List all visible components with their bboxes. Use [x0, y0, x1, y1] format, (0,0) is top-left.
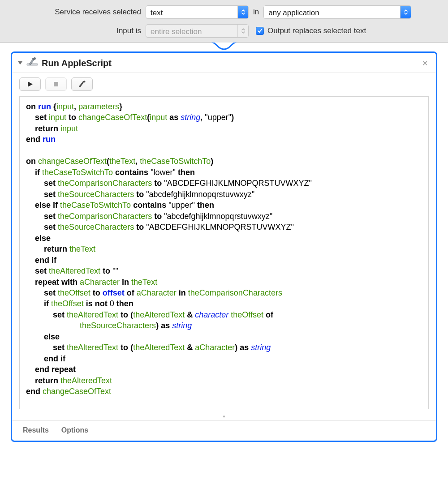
- applescript-icon: [26, 57, 38, 69]
- disclosure-triangle-icon[interactable]: [17, 59, 23, 67]
- close-icon[interactable]: ✕: [419, 58, 431, 69]
- action-footer: Results Options: [12, 420, 436, 441]
- application-select[interactable]: any application: [263, 5, 411, 19]
- action-header: Run AppleScript ✕: [12, 53, 436, 73]
- config-row-receives: Service receives selected text in any ap…: [9, 5, 439, 19]
- svg-rect-2: [54, 82, 58, 86]
- input-scope-value: entire selection: [146, 25, 237, 37]
- input-type-value: text: [146, 6, 237, 18]
- receives-label: Service receives selected: [9, 8, 141, 17]
- inputis-label: Input is: [9, 26, 141, 35]
- options-tab[interactable]: Options: [61, 426, 88, 434]
- select-caret-icon: [400, 6, 411, 18]
- stop-button[interactable]: [45, 77, 67, 91]
- in-word: in: [253, 8, 259, 17]
- script-editor[interactable]: on run {input, parameters} set input to …: [19, 96, 429, 409]
- application-value: any application: [264, 6, 400, 18]
- connector-notch: [0, 43, 448, 51]
- checkbox-label: Output replaces selected text: [267, 26, 366, 35]
- compile-button[interactable]: [71, 77, 93, 91]
- results-tab[interactable]: Results: [23, 426, 49, 434]
- script-toolbar: [12, 73, 436, 96]
- action-title: Run AppleScript: [42, 58, 419, 69]
- config-row-inputis: Input is entire selection Output replace…: [9, 24, 439, 38]
- service-config-bar: Service receives selected text in any ap…: [0, 0, 448, 43]
- svg-rect-0: [211, 42, 237, 43]
- svg-rect-1: [27, 64, 38, 65]
- checkbox-icon: [256, 27, 264, 35]
- select-caret-icon: [237, 6, 248, 18]
- run-button[interactable]: [19, 77, 41, 91]
- input-scope-select: entire selection: [146, 24, 249, 38]
- run-applescript-action: Run AppleScript ✕ on run {input, paramet…: [11, 51, 437, 442]
- input-type-select[interactable]: text: [146, 5, 249, 19]
- resize-handle-icon[interactable]: ●: [12, 414, 436, 420]
- select-caret-icon: [237, 25, 248, 37]
- output-replaces-checkbox-wrap[interactable]: Output replaces selected text: [256, 26, 366, 35]
